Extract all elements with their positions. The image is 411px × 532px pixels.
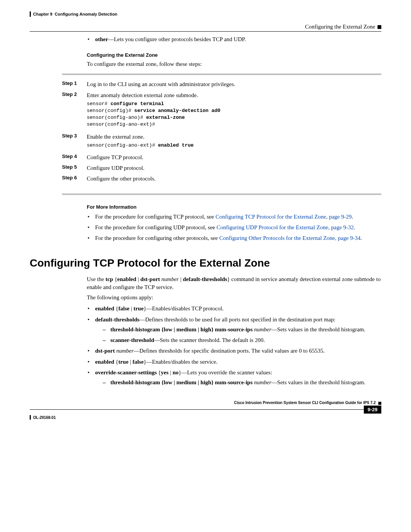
chapter-label: Chapter 9 <box>33 12 53 16</box>
arg: number <box>253 379 272 385</box>
txt: —Sets the scanner threshold. The default… <box>154 337 265 343</box>
kw: scanner-threshold <box>110 337 154 343</box>
page: Chapter 9 Configuring Anomaly Detection … <box>0 0 411 427</box>
kw: dst-port <box>140 276 160 282</box>
step-2-body: Enter anomaly detection external zone su… <box>87 91 381 130</box>
more-info-item-3: For the procedure for configuring other … <box>95 234 381 242</box>
header-right: Configuring the External Zone <box>305 24 381 30</box>
step-6: Step 6 Configure the other protocols. <box>62 175 381 182</box>
step-6-label: Step 6 <box>62 175 87 182</box>
tcp-paragraph-1: Use the tcp {enabled | dst-port number |… <box>87 275 381 291</box>
other-term: other <box>95 36 108 42</box>
step-2-code: sensor# configure terminal sensor(config… <box>87 101 381 128</box>
steps-bottom-rule <box>62 193 381 195</box>
txt: { <box>157 369 161 375</box>
cfg-zone-lead: To configure the external zone, follow t… <box>87 60 381 68</box>
step-1-label: Step 1 <box>62 80 87 88</box>
section-heading-h1: Configuring TCP Protocol for the Externa… <box>30 257 381 269</box>
footer-bar: 9-29 <box>30 406 381 414</box>
arg: number <box>160 276 179 282</box>
kw: yes <box>161 369 169 375</box>
bullet-list-other: other—Lets you configure other protocols… <box>87 35 381 43</box>
subhead-cfg-zone: Configuring the External Zone <box>87 52 381 58</box>
steps-top-rule <box>62 73 381 75</box>
opt-enabled-tf: enabled {true | false}—Enables/disables … <box>95 358 381 366</box>
running-header: Chapter 9 Configuring Anomaly Detection <box>30 11 381 17</box>
chapter-title: Configuring Anomaly Detection <box>55 12 118 16</box>
header-rule <box>30 31 381 32</box>
kw: false <box>118 305 129 312</box>
kw: no <box>172 369 178 375</box>
txt: —Defines thresholds for specific destina… <box>134 348 325 354</box>
more-info-item-1: For the procedure for configuring TCP pr… <box>95 213 381 220</box>
kw: threshold-histogram {low | medium | high… <box>110 326 253 332</box>
kw: default-thresholds <box>183 276 227 282</box>
other-desc: —Lets you configure other protocols besi… <box>108 36 246 42</box>
step-4-body: Configure TCP protocol. <box>87 153 381 161</box>
more-info-list: For the procedure for configuring TCP pr… <box>87 213 381 242</box>
kw: false <box>132 359 143 365</box>
header-bar-icon <box>30 11 31 17</box>
txt: { <box>114 305 118 312</box>
kw: enabled <box>117 276 136 282</box>
opt-scanner-threshold: scanner-threshold—Sets the scanner thres… <box>110 336 381 344</box>
cmd: tcp <box>105 276 113 282</box>
txt: | <box>136 276 140 282</box>
code-cmd: service anomaly-detection ad0 <box>134 108 220 113</box>
guide-title-text: Cisco Intrusion Prevention System Sensor… <box>234 401 376 405</box>
footer-rule <box>30 409 364 410</box>
txt: | <box>129 305 134 312</box>
kw: enabled <box>95 305 114 312</box>
kw: enabled <box>95 359 114 365</box>
code-prompt: sensor(config-ano-ext)# <box>87 142 158 148</box>
footer-bar-icon <box>30 415 31 420</box>
txt: }—Lets you override the scanner values: <box>178 369 272 375</box>
mi3-pre: For the procedure for configuring other … <box>95 235 219 241</box>
subhead-more-info: For More Information <box>87 204 381 210</box>
step-4: Step 4 Configure TCP protocol. <box>62 153 381 161</box>
txt: | <box>169 369 173 375</box>
step-4-label: Step 4 <box>62 153 87 161</box>
txt: —Defines thresholds to be used for all p… <box>139 316 335 323</box>
mi3-link[interactable]: Configuring Other Protocols for the Exte… <box>219 235 360 241</box>
step-2-label: Step 2 <box>62 91 87 130</box>
opt-enabled-ft: enabled {false | true}—Enables/disables … <box>95 305 381 312</box>
step-2: Step 2 Enter anomaly detection external … <box>62 91 381 130</box>
kw: default-thresholds <box>95 316 139 323</box>
step-5-label: Step 5 <box>62 164 87 172</box>
txt: —Sets values in the threshold histogram. <box>271 379 365 385</box>
step-3-label: Step 3 <box>62 133 87 150</box>
opt-dst-port: dst-port number—Defines thresholds for s… <box>95 347 381 355</box>
code-cmd: external-zone <box>146 115 185 120</box>
txt: Use the <box>87 276 105 282</box>
code-prompt: sensor# <box>87 101 110 107</box>
kw: true <box>134 305 144 312</box>
page-footer: Cisco Intrusion Prevention System Sensor… <box>30 401 381 420</box>
step-5: Step 5 Configure UDP protocol. <box>62 164 381 172</box>
header-square-icon <box>378 25 381 29</box>
arg: number <box>115 348 134 354</box>
mi1-link[interactable]: Configuring TCP Protocol for the Externa… <box>215 214 352 220</box>
step-6-body: Configure the other protocols. <box>87 175 381 182</box>
mi2-link[interactable]: Configuring UDP Protocol for the Externa… <box>217 224 354 230</box>
code-cmd: enabled true <box>158 142 194 148</box>
tcp-paragraph-2: The following options apply: <box>87 294 381 302</box>
code-cmd: configure terminal <box>110 101 164 107</box>
code-prompt: sensor(config-ano)# <box>87 115 146 120</box>
step-3-text: Enable the external zone. <box>87 133 381 141</box>
doc-id-text: OL-29168-01 <box>33 415 56 420</box>
opt-default-thresholds: default-thresholds—Defines thresholds to… <box>95 316 381 344</box>
txt: }—Enables/disables TCP protocol. <box>143 305 223 312</box>
step-2-text: Enter anomaly detection external zone su… <box>87 91 381 99</box>
step-3: Step 3 Enable the external zone. sensor(… <box>62 133 381 150</box>
footer-docid: OL-29168-01 <box>30 415 381 420</box>
txt: | <box>129 359 133 365</box>
kw: threshold-histogram {low | medium | high… <box>110 379 253 385</box>
arg: number <box>253 326 272 332</box>
more-info-item-2: For the procedure for configuring UDP pr… <box>95 224 381 231</box>
txt: | <box>179 276 183 282</box>
main-content: other—Lets you configure other protocols… <box>87 35 381 386</box>
txt: { <box>113 276 117 282</box>
step-1: Step 1 Log in to the CLI using an accoun… <box>62 80 381 88</box>
footer-square-icon <box>378 402 381 405</box>
